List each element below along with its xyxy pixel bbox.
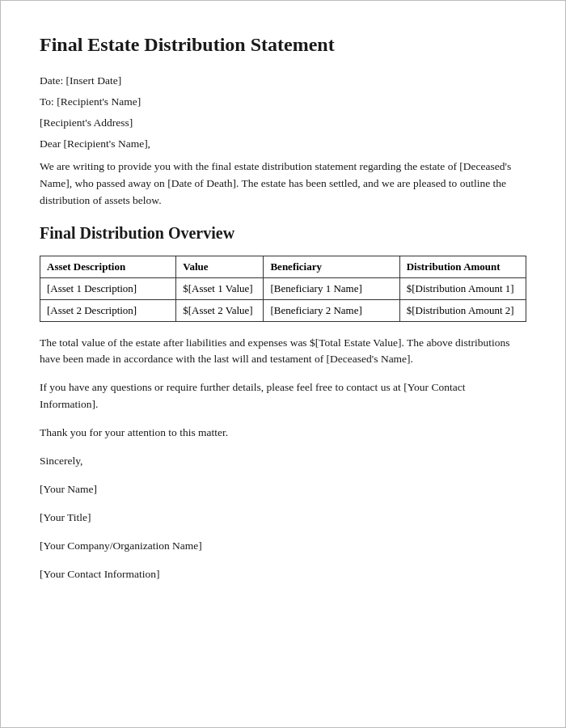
table-cell: [Beneficiary 1 Name] [264,277,399,299]
table-cell: $[Asset 1 Value] [176,277,264,299]
date-line: Date: [Insert Date] [40,74,526,87]
contact-paragraph: If you have any questions or require fur… [40,379,526,413]
table-cell: $[Asset 2 Value] [176,299,264,321]
sincerely-line: Sincerely, [40,453,526,470]
col-header-asset: Asset Description [40,256,176,277]
document-title: Final Estate Distribution Statement [40,33,526,57]
intro-paragraph: We are writing to provide you with the f… [40,159,526,210]
distribution-table: Asset Description Value Beneficiary Dist… [40,256,526,322]
table-cell: [Asset 1 Description] [40,277,176,299]
col-header-beneficiary: Beneficiary [264,256,399,277]
table-row: [Asset 2 Description]$[Asset 2 Value][Be… [40,299,526,321]
table-cell: $[Distribution Amount 1] [399,277,526,299]
to-line: To: [Recipient's Name] [40,95,526,108]
col-header-distribution: Distribution Amount [399,256,526,277]
signer-company: [Your Company/Organization Name] [40,538,526,555]
col-header-value: Value [176,256,264,277]
signer-name: [Your Name] [40,481,526,498]
document-page: Final Estate Distribution Statement Date… [0,0,566,728]
closing-block: Sincerely, [Your Name] [Your Title] [You… [40,453,526,583]
after-table-paragraph: The total value of the estate after liab… [40,335,526,369]
table-cell: [Beneficiary 2 Name] [264,299,399,321]
address-line: [Recipient's Address] [40,116,526,129]
section-heading: Final Distribution Overview [40,224,526,243]
thank-you-line: Thank you for your attention to this mat… [40,425,526,442]
signer-contact: [Your Contact Information] [40,566,526,583]
table-row: [Asset 1 Description]$[Asset 1 Value][Be… [40,277,526,299]
dear-line: Dear [Recipient's Name], [40,138,526,150]
table-cell: [Asset 2 Description] [40,299,176,321]
table-header-row: Asset Description Value Beneficiary Dist… [40,256,526,277]
table-cell: $[Distribution Amount 2] [399,299,526,321]
signer-title: [Your Title] [40,510,526,527]
